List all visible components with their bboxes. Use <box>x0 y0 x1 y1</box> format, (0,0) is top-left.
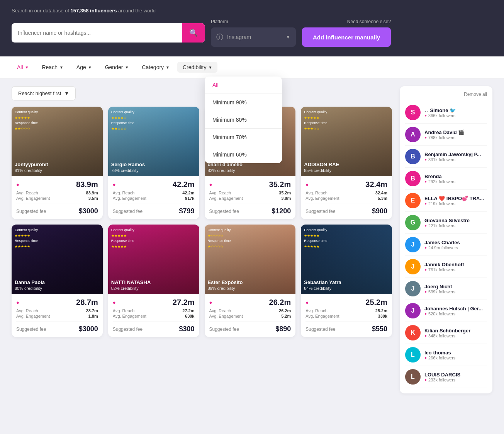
saved-influencer-item[interactable]: G Giovanna Silvestre ● 221k followers <box>405 212 487 234</box>
filter-age-button[interactable]: Age ▼ <box>71 62 97 73</box>
instagram-icon-small: ● <box>424 179 427 184</box>
influencer-card[interactable]: Content quality ★★★★★ Response time ★★★★… <box>108 225 199 337</box>
saved-followers: ● 221k followers <box>424 223 487 228</box>
saved-avatar: G <box>405 215 421 230</box>
suggested-fee-label: Suggested fee <box>209 209 239 214</box>
filter-reach-button[interactable]: Reach ▼ <box>36 62 68 73</box>
stat-reach-row: ● 42.2m <box>113 180 195 189</box>
filter-category-arrow: ▼ <box>166 65 170 70</box>
followers-count: 761k followers <box>428 267 455 272</box>
platform-select[interactable]: ⓘ Instagram ▼ <box>211 27 296 47</box>
followers-count: 221k followers <box>428 223 455 228</box>
dropdown-item-80[interactable]: Minimum 80% <box>205 111 282 128</box>
saved-influencer-item[interactable]: L leo thomas ● 266k followers <box>405 344 487 366</box>
saved-info: Giovanna Silvestre ● 221k followers <box>424 218 487 228</box>
card-credibility: 82% credibility <box>111 286 139 291</box>
dropdown-item-70[interactable]: Minimum 70% <box>205 129 282 146</box>
saved-influencer-item[interactable]: B Benjamin Jaworskyj P... ● 331k followe… <box>405 146 487 168</box>
suggested-fee-label: Suggested fee <box>16 327 46 332</box>
platform-value: Instagram <box>227 34 282 40</box>
content-quality-label: Content quality <box>111 110 134 115</box>
saved-name: . . Simone 🐦 <box>424 107 487 113</box>
card-credibility: 80% credibility <box>15 286 42 291</box>
stars-response: ★★☆☆☆ <box>15 126 38 132</box>
saved-influencer-item[interactable]: A Andrea David 🎬 ● 788k followers <box>405 124 487 146</box>
sort-bar: Reach: highest first ▼ <box>12 86 392 100</box>
stat-avg-engagement-row: Avg. Engagement 630k <box>113 314 195 318</box>
saved-influencer-item[interactable]: S . . Simone 🐦 ● 366k followers <box>405 102 487 124</box>
stars-content: ★★★★★ <box>15 233 38 239</box>
instagram-small-icon: ● <box>305 300 309 305</box>
saved-name: Kilian Schönberger <box>424 328 487 334</box>
saved-influencer-item[interactable]: L LOUIS DARCIS ● 233k followers <box>405 366 487 388</box>
search-input[interactable] <box>12 23 182 43</box>
avatar-placeholder: J <box>405 237 421 252</box>
avatar-placeholder: L <box>405 347 421 363</box>
avg-reach-label: Avg. Reach <box>16 308 38 313</box>
saved-influencer-item[interactable]: J James Charles ● 24.9m followers <box>405 234 487 256</box>
avg-engagement-value: 3.5m <box>88 196 98 201</box>
avatar-placeholder: B <box>405 149 421 164</box>
avg-reach-value: 32.4m <box>375 191 387 195</box>
stat-reach-row: ● 25.2m <box>305 298 387 307</box>
stars-response: ★★★★★ <box>304 244 327 250</box>
influencer-card[interactable]: Content quality ★★★★★ Response time ★★☆☆… <box>12 107 103 219</box>
avg-reach-value: 26.2m <box>279 308 291 313</box>
filter-gender-button[interactable]: Gender ▼ <box>100 62 134 73</box>
response-time-label: Response time <box>304 121 327 126</box>
saved-name: LOUIS DARCIS <box>424 372 487 378</box>
influencer-card[interactable]: Content quality ★★★★★ Response time ★★★★… <box>12 225 103 337</box>
stat-reach-value: 26.2m <box>269 298 291 307</box>
saved-avatar: J <box>405 281 421 296</box>
stat-reach-row: ● 27.2m <box>113 298 195 307</box>
search-icon: 🔍 <box>189 29 198 37</box>
saved-influencer-item[interactable]: E ELLA ❤️ INSPO💕 TRA... ● 219k followers <box>405 190 487 212</box>
followers-count: 348k followers <box>428 334 455 338</box>
dropdown-item-all[interactable]: All <box>205 77 282 94</box>
followers-count: 219k followers <box>428 201 455 206</box>
search-button[interactable]: 🔍 <box>182 23 205 43</box>
stat-reach-row: ● 83.9m <box>16 180 98 189</box>
fee-row: Suggested fee $799 <box>113 204 195 215</box>
influencer-card[interactable]: Content quality ★★★★☆ Response time ★★☆☆… <box>108 107 199 219</box>
stat-reach-row: ● 35.2m <box>209 180 291 189</box>
influencer-card[interactable]: Content quality ★★★★★ Response time ★★★☆… <box>301 107 392 219</box>
add-influencer-manually-button[interactable]: Add influencer manually <box>302 27 391 47</box>
saved-info: leo thomas ● 266k followers <box>424 350 487 360</box>
remove-all-button[interactable]: Remove all <box>464 92 487 97</box>
stat-avg-reach-row: Avg. Reach 32.4m <box>305 191 387 195</box>
dropdown-item-60[interactable]: Minimum 60% <box>205 146 282 163</box>
followers-count: 233k followers <box>428 378 455 382</box>
avg-reach-value: 25.2m <box>375 308 387 313</box>
avg-engagement-label: Avg. Engagement <box>16 196 50 201</box>
saved-influencer-item[interactable]: B Brenda ● 292k followers <box>405 168 487 190</box>
instagram-small-icon: ● <box>16 182 19 187</box>
filter-all-button[interactable]: All ▼ <box>12 62 34 73</box>
filter-category-button[interactable]: Category ▼ <box>136 62 175 73</box>
saved-influencer-item[interactable]: J Johannes Hulsch | Ger... ● 520k follow… <box>405 300 487 322</box>
saved-avatar: J <box>405 303 421 318</box>
influencer-card[interactable]: Content quality ★☆☆☆☆ Response time ★☆☆☆… <box>205 225 296 337</box>
saved-followers: ● 219k followers <box>424 201 487 206</box>
card-influencer-name: charli d'amelio 82% credibility <box>208 162 243 173</box>
dropdown-item-90[interactable]: Minimum 90% <box>205 94 282 111</box>
instagram-icon-small: ● <box>424 135 427 140</box>
saved-influencer-item[interactable]: J Jannik Obenhoff ● 761k followers <box>405 256 487 278</box>
avatar-placeholder: J <box>405 281 421 296</box>
saved-influencer-item[interactable]: J Joerg Nicht ● 539k followers <box>405 278 487 300</box>
right-panel-header: Remove all <box>405 92 487 97</box>
filter-credibility-button[interactable]: Credibility ▼ <box>177 62 217 73</box>
saved-influencer-item[interactable]: K Kilian Schönberger ● 348k followers <box>405 322 487 344</box>
filter-all-label: All <box>17 64 23 70</box>
stat-reach-value: 83.9m <box>76 180 98 189</box>
followers-count: 24.9m followers <box>428 245 458 250</box>
card-influencer-name: NATTI NATASHA 82% credibility <box>111 279 151 291</box>
saved-influencers-list: S . . Simone 🐦 ● 366k followers A Andrea… <box>405 102 487 388</box>
avg-reach-value: 35.2m <box>279 191 291 195</box>
avg-engagement-label: Avg. Engagement <box>305 196 339 201</box>
avg-engagement-label: Avg. Engagement <box>209 196 243 201</box>
avg-reach-label: Avg. Reach <box>305 191 328 195</box>
sort-select[interactable]: Reach: highest first ▼ <box>12 86 76 100</box>
influencer-card[interactable]: Content quality ★★★★★ Response time ★★★★… <box>301 225 392 337</box>
content-quality-label: Content quality <box>15 110 38 115</box>
